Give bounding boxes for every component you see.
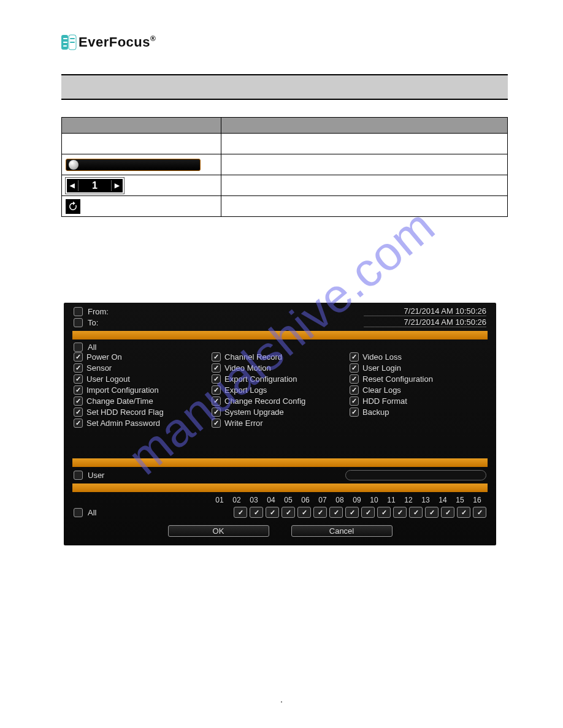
dialog-buttons: OK Cancel <box>72 525 488 537</box>
channel-checkbox[interactable] <box>329 507 343 518</box>
table-cell <box>221 196 508 217</box>
to-value[interactable]: 7/21/2014 AM 10:50:26 <box>364 317 486 327</box>
event-checkbox[interactable] <box>350 374 359 384</box>
channel-checkbox[interactable] <box>441 507 454 518</box>
from-label: From: <box>88 307 109 316</box>
event-checkbox[interactable] <box>212 352 221 362</box>
event-label: Change Date/Time <box>86 396 153 406</box>
channel-checkbox[interactable] <box>377 507 391 518</box>
page-number <box>281 702 282 702</box>
channel-checkbox[interactable] <box>409 507 423 518</box>
ok-button[interactable]: OK <box>168 525 269 537</box>
event-label: Sensor <box>86 363 112 373</box>
from-value[interactable]: 7/21/2014 AM 10:50:26 <box>364 306 486 316</box>
all-channels-label: All <box>88 508 96 517</box>
event-checkbox[interactable] <box>74 419 83 428</box>
table-cell <box>221 134 508 154</box>
refresh-button[interactable] <box>66 199 80 214</box>
logo-mark-icon <box>61 34 76 51</box>
channel-checkbox[interactable] <box>234 507 247 518</box>
all-channels-checkbox[interactable] <box>74 508 83 517</box>
channel-checkbox[interactable] <box>297 507 311 518</box>
channel-checkbox[interactable] <box>457 507 470 518</box>
slider-knob-icon[interactable] <box>69 160 79 170</box>
event-checkbox[interactable] <box>74 396 83 406</box>
channel-checkbox[interactable] <box>345 507 359 518</box>
event-checkbox[interactable] <box>350 396 359 406</box>
refresh-icon <box>67 201 79 212</box>
brand-logo: EverFocus® <box>61 34 508 51</box>
event-label: Write Error <box>224 419 263 428</box>
user-label: User <box>88 471 104 480</box>
event-checkbox[interactable] <box>212 419 221 428</box>
stepper-value: 1 <box>78 180 112 191</box>
event-checkbox[interactable] <box>212 374 221 384</box>
event-label: Power On <box>86 352 122 362</box>
channel-header: 01020304 05060708 09101112 13141516 <box>74 496 486 504</box>
to-label: To: <box>88 318 98 327</box>
event-grid: Power On Channel Record Video Loss Senso… <box>72 352 488 430</box>
channel-checkbox[interactable] <box>266 507 279 518</box>
slider-cell <box>62 154 221 175</box>
event-checkbox[interactable] <box>74 374 83 384</box>
table-header-left <box>62 118 221 134</box>
event-checkbox[interactable] <box>212 363 221 373</box>
event-checkbox[interactable] <box>350 385 359 395</box>
event-checkbox[interactable] <box>74 363 83 373</box>
from-checkbox[interactable] <box>74 307 83 316</box>
event-label: Backup <box>362 408 389 417</box>
controls-table: ◀ 1 ▶ <box>61 117 508 217</box>
all-events-label: All <box>88 343 96 352</box>
log-filter-dialog: From: 7/21/2014 AM 10:50:26 To: 7/21/201… <box>64 303 496 545</box>
stepper-left-icon[interactable]: ◀ <box>67 182 78 189</box>
channel-checkbox[interactable] <box>425 507 439 518</box>
event-checkbox[interactable] <box>74 385 83 395</box>
event-label: Channel Record <box>224 352 282 362</box>
event-label: Clear Logs <box>362 385 401 395</box>
user-input[interactable] <box>345 470 486 480</box>
to-checkbox[interactable] <box>74 318 83 327</box>
event-checkbox[interactable] <box>350 352 359 362</box>
user-filter-row: User <box>72 469 488 481</box>
event-checkbox[interactable] <box>74 352 83 362</box>
brand-name: EverFocus® <box>79 34 156 50</box>
event-checkbox[interactable] <box>350 363 359 373</box>
table-header-right <box>221 118 508 134</box>
table-cell <box>221 154 508 175</box>
event-label: User Logout <box>86 374 130 384</box>
channel-checkbox[interactable] <box>313 507 327 518</box>
event-label: HDD Format <box>362 396 407 406</box>
channel-checkbox-row <box>234 507 486 518</box>
event-checkbox[interactable] <box>212 396 221 406</box>
user-checkbox[interactable] <box>74 471 83 480</box>
all-events-row: All <box>72 342 488 352</box>
to-row: To: 7/21/2014 AM 10:50:26 <box>72 317 488 328</box>
event-label: Import Configuration <box>86 385 159 395</box>
event-checkbox[interactable] <box>212 385 221 395</box>
channel-checkbox[interactable] <box>473 507 486 518</box>
table-cell <box>62 134 221 154</box>
channel-checkbox[interactable] <box>282 507 295 518</box>
stepper-right-icon[interactable]: ▶ <box>112 182 123 189</box>
event-checkbox[interactable] <box>212 408 221 417</box>
event-label: Set Admin Password <box>86 419 160 428</box>
channel-checkbox[interactable] <box>250 507 263 518</box>
channel-checkbox[interactable] <box>361 507 375 518</box>
divider-bar <box>72 331 488 339</box>
slider-control[interactable] <box>66 159 201 171</box>
event-checkbox[interactable] <box>350 408 359 417</box>
event-label: User Login <box>362 363 401 373</box>
event-label: System Upgrade <box>224 408 284 417</box>
refresh-cell <box>62 196 221 217</box>
all-events-checkbox[interactable] <box>74 343 83 352</box>
event-label: Change Record Config <box>224 396 305 406</box>
channel-checkbox[interactable] <box>393 507 407 518</box>
stepper-control[interactable]: ◀ 1 ▶ <box>66 178 124 194</box>
event-label: Reset Configuration <box>362 374 433 384</box>
event-label: Export Configuration <box>224 374 297 384</box>
cancel-button[interactable]: Cancel <box>291 525 393 537</box>
table-cell <box>221 175 508 196</box>
event-checkbox[interactable] <box>74 408 83 417</box>
event-label: Export Logs <box>224 385 267 395</box>
event-label: Video Motion <box>224 363 271 373</box>
